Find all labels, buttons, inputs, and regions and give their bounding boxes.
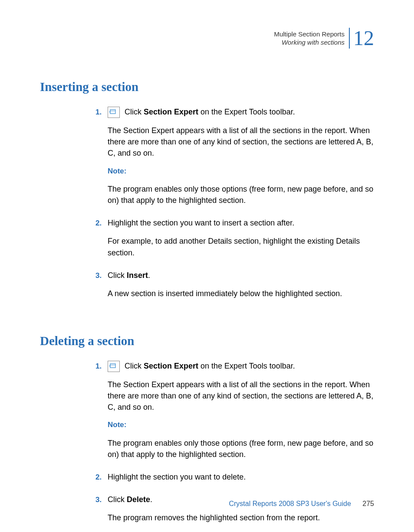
svg-rect-2	[110, 364, 115, 368]
step1-text-after: on the Expert Tools toolbar.	[198, 362, 295, 370]
step1-text-after: on the Expert Tools toolbar.	[198, 108, 295, 116]
step2-para2: For example, to add another Details sect…	[108, 235, 374, 258]
step-number: 3.	[95, 494, 108, 506]
step3-text-after: .	[148, 271, 150, 280]
footer-page-number: 275	[362, 500, 374, 507]
step2-text: Highlight the section you want to delete…	[108, 471, 374, 483]
step1-bold: Section Expert	[144, 362, 198, 370]
footer-guide: Crystal Reports 2008 SP3 User's Guide	[229, 500, 351, 507]
step1-para2: The Section Expert appears with a list o…	[108, 125, 374, 159]
step1-text-before: Click	[122, 362, 144, 370]
step-number: 2.	[95, 217, 108, 229]
inserting-steps: 1. Click Section Expert on the Expert To…	[95, 106, 374, 306]
step-1: 1. Click Section Expert on the Expert To…	[95, 106, 374, 213]
breadcrumb-top: Multiple Section Reports	[274, 30, 345, 39]
section-expert-icon	[108, 361, 120, 372]
step3-text-before: Click	[108, 271, 127, 280]
page-footer: Crystal Reports 2008 SP3 User's Guide 27…	[229, 500, 374, 508]
section-expert-icon	[108, 107, 120, 118]
step-3: 3. Click Delete. The program removes the…	[95, 494, 374, 530]
step-number: 1.	[95, 106, 108, 118]
note-label: Note:	[108, 420, 374, 431]
step3-text-after: .	[150, 495, 152, 504]
chapter-number: 12	[349, 28, 374, 49]
note-text: The program enables only those options (…	[108, 183, 374, 206]
note-label: Note:	[108, 166, 374, 177]
step2-text: Highlight the section you want to insert…	[108, 217, 374, 228]
step3-para2: A new section is inserted immediately be…	[108, 288, 374, 299]
svg-rect-0	[110, 110, 115, 114]
step-2: 2. Highlight the section you want to del…	[95, 471, 374, 490]
step1-text-before: Click	[122, 108, 144, 116]
note-text: The program enables only those options (…	[108, 437, 374, 460]
step-2: 2. Highlight the section you want to ins…	[95, 217, 374, 265]
step-number: 3.	[95, 270, 108, 281]
step-1: 1. Click Section Expert on the Expert To…	[95, 360, 374, 467]
breadcrumb-bottom: Working with sections	[274, 38, 345, 47]
page-header: Multiple Section Reports Working with se…	[40, 28, 374, 49]
step3-text-before: Click	[108, 495, 127, 504]
step-number: 1.	[95, 360, 108, 372]
step1-para2: The Section Expert appears with a list o…	[108, 379, 374, 413]
step3-para2: The program removes the highlighted sect…	[108, 512, 374, 523]
heading-inserting-section: Inserting a section	[40, 80, 374, 94]
step-number: 2.	[95, 471, 108, 483]
step-3: 3. Click Insert. A new section is insert…	[95, 270, 374, 306]
step3-bold: Delete	[127, 495, 150, 504]
heading-deleting-section: Deleting a section	[40, 334, 374, 348]
step3-bold: Insert	[127, 271, 148, 280]
step1-bold: Section Expert	[144, 108, 198, 116]
